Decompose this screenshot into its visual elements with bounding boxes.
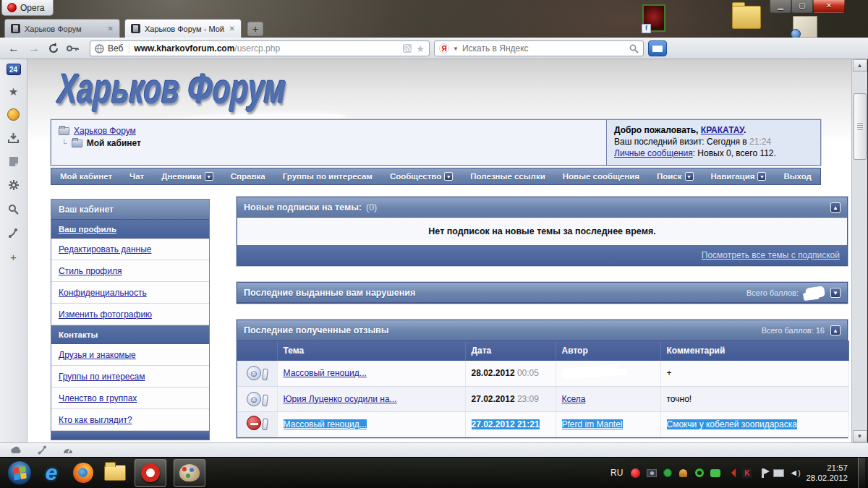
search-icon[interactable] [629,44,639,53]
reload-button[interactable] [46,41,61,56]
nav-useful-links[interactable]: Полезные ссылки [470,172,545,181]
tray-network-icon[interactable] [773,468,784,479]
show-desktop-button[interactable] [858,458,865,488]
sidebar-item-profile[interactable]: Ваш профиль [51,220,209,239]
nav-logout[interactable]: Выход [783,172,811,181]
private-messages-link[interactable]: Личные сообщения [614,148,693,158]
scroll-down-button[interactable]: ▼ [853,430,867,442]
sync-cloud-icon[interactable] [10,446,22,454]
username-link[interactable]: КРАКАТАУ [701,125,744,135]
unite-share-icon[interactable] [38,445,47,455]
topic-link[interactable]: Массовый геноцид... [284,368,367,378]
infractions-title: Последние выданные вам нарушения [244,288,415,298]
dropdown-arrow-icon[interactable]: ▼ [685,172,694,181]
collapse-icon[interactable]: ▼ [830,288,841,298]
view-all-subscriptions-link[interactable]: Посмотреть все темы с подпиской [702,250,840,260]
tray-green-badge-icon[interactable] [662,468,673,479]
dropdown-arrow-icon[interactable]: ▼ [757,172,766,181]
opera-menu-label: Opera [20,3,44,13]
unite-share-icon[interactable] [7,226,21,240]
taskbar-ie-icon[interactable]: e [39,461,64,485]
sidebar-item-friends[interactable]: Друзья и знакомые [51,344,209,366]
tray-utorrent-icon[interactable] [694,468,705,479]
page-scrollbar[interactable]: ▲ ▼ [851,59,867,442]
language-indicator[interactable]: RU [610,468,623,478]
opera-turbo-icon[interactable] [63,446,73,454]
search-bar[interactable]: Я ▼ [434,40,644,56]
sidebar-item-profile-style[interactable]: Стиль профиля [51,260,209,282]
sidebar-item-privacy[interactable]: Конфиденциальность [51,282,209,304]
sidebar-item-who-looks-how[interactable]: Кто как выглядит? [51,409,209,431]
nav-navigation[interactable]: Навигация▼ [711,172,767,181]
topic-link[interactable]: Массовый геноцид... [284,419,367,429]
breadcrumb-root-link[interactable]: Харьков Форум [74,126,136,136]
gear-icon[interactable] [7,178,21,192]
back-button[interactable]: ← [6,42,22,55]
search-panel-icon[interactable] [7,202,21,216]
downloads-icon[interactable] [7,130,21,145]
tab-kharkov-forum[interactable]: Харьков Форум ✕ [4,19,120,38]
widgets-icon[interactable] [7,108,20,121]
nav-interest-groups[interactable]: Группы по интересам [283,172,373,181]
tab-close-icon[interactable]: ✕ [108,25,114,33]
bookmark-star-icon[interactable]: ★ [416,43,425,54]
add-panel-icon[interactable]: + [7,249,21,264]
author-link[interactable]: Ксела [562,394,586,404]
taskbar-explorer-icon[interactable] [103,461,127,485]
minimize-button[interactable]: ▁ [770,0,791,13]
sidebar-item-edit-data[interactable]: Редактировать данные [51,239,209,260]
taskbar-paint-button[interactable] [174,459,205,487]
bookmarks-star-icon[interactable]: ★ [7,85,21,99]
notes-icon[interactable] [7,154,21,168]
tray-kaspersky-icon[interactable]: K [741,468,752,479]
tray-webcam-icon[interactable] [646,468,657,479]
taskbar-opera-button[interactable] [135,459,166,487]
forward-button[interactable]: → [26,42,42,55]
close-button[interactable]: ✕ [813,0,845,13]
tab-close-icon[interactable]: ✕ [229,25,235,33]
sidebar-item-group-membership[interactable]: Членство в группах [51,388,209,409]
tray-volume-icon[interactable]: ◄) [789,468,800,479]
tray-agent-icon[interactable] [678,468,689,479]
tab-kharkov-forum-usercp[interactable]: Харьков Форум - Мой... ✕ [124,19,242,38]
nav-new-messages[interactable]: Новые сообщения [563,172,639,181]
sidebar-item-change-photo[interactable]: Изменить фотографию [51,304,209,325]
forum-logo[interactable]: Харьков Форум [54,65,291,112]
taskbar-firefox-icon[interactable] [71,461,95,485]
author-link[interactable]: Pferd im Mantel [562,419,623,429]
sidebar-section-partial [51,431,209,440]
pm-stats: : Новых 0, всего 112. [693,148,776,158]
collapse-icon[interactable]: ▲ [830,325,841,335]
taskbar-clock[interactable]: 21:57 28.02.2012 [806,463,852,483]
nav-blogs[interactable]: Дневники▼ [161,172,213,181]
search-engine-dropdown-icon[interactable]: ▼ [453,46,459,52]
sidebar-item-interest-groups[interactable]: Группы по интересам [51,366,209,388]
nav-chat[interactable]: Чат [129,172,144,181]
windows-flag-icon [13,466,27,481]
new-tab-button[interactable]: + [247,22,263,36]
maximize-button[interactable]: ▢ [791,0,813,13]
topic-link[interactable]: Юрия Луценко осудили на... [284,394,397,404]
tray-messenger-icon[interactable] [710,468,720,479]
scroll-up-button[interactable]: ▲ [853,59,867,72]
search-input[interactable] [462,43,626,53]
dropdown-arrow-icon[interactable]: ▼ [205,172,213,181]
address-bar[interactable]: Веб www.kharkovforum.com/usercp.php ★ [90,40,430,56]
collapse-icon[interactable]: ▲ [830,202,841,213]
mail-panel-button[interactable] [648,40,667,56]
tray-action-center-flag-icon[interactable] [757,468,768,479]
dropdown-arrow-icon[interactable]: ▼ [444,172,453,181]
rss-icon[interactable] [403,44,412,53]
scrollbar-thumb[interactable] [854,93,867,160]
nav-help[interactable]: Справка [231,172,265,181]
speed-dial-icon[interactable]: 24 [7,64,21,75]
nav-my-cabinet[interactable]: Мой кабинет [60,172,112,181]
positive-feedback-icon: ☺ [247,366,268,380]
tray-red-arrow-icon[interactable] [726,468,736,479]
opera-menu-button[interactable]: Opera [1,0,54,16]
nav-community[interactable]: Сообщество▼ [390,172,453,181]
opera-link-key-icon[interactable] [65,41,80,56]
tray-opera-icon[interactable] [630,468,641,479]
nav-search[interactable]: Поиск▼ [657,172,694,181]
start-button[interactable] [7,461,32,485]
